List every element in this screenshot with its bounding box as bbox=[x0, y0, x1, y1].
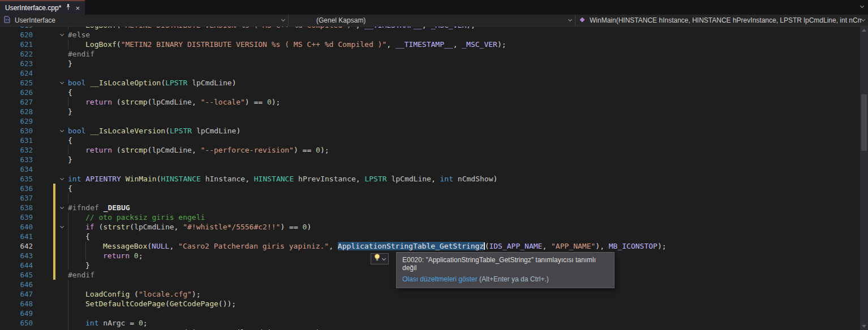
code-line[interactable]: 629 bbox=[0, 116, 860, 126]
code-token: ) == bbox=[280, 223, 302, 231]
code-line[interactable]: 625bool __IsLocaleOption(LPSTR lpCmdLine… bbox=[0, 78, 860, 88]
fold-chevron-icon[interactable] bbox=[59, 224, 63, 228]
code-line[interactable]: 624 bbox=[0, 68, 860, 78]
vertical-scrollbar[interactable] bbox=[860, 27, 868, 330]
code-line[interactable]: 620#else bbox=[0, 30, 860, 40]
nav-file-dropdown[interactable]: UserInterface bbox=[0, 15, 289, 26]
show-fixes-link[interactable]: Olası düzeltmeleri göster bbox=[402, 275, 478, 283]
fold-chevron-icon[interactable] bbox=[59, 176, 63, 180]
fold-chevron-icon[interactable] bbox=[59, 80, 63, 84]
code-line[interactable]: 633} bbox=[0, 155, 860, 164]
fold-column bbox=[55, 78, 68, 88]
code-token: LogBoxf bbox=[85, 27, 117, 29]
fold-chevron-icon[interactable] bbox=[59, 128, 63, 132]
line-number: 636 bbox=[0, 184, 34, 193]
selected-identifier[interactable]: ApplicationStringTable_GetStringz bbox=[338, 242, 484, 250]
code-token: #ifndef bbox=[68, 203, 99, 212]
code-line[interactable]: 648SetDefaultCodePage(GetCodePage()); bbox=[0, 299, 860, 309]
code-line[interactable]: 649 bbox=[0, 309, 860, 318]
code-token: , bbox=[169, 242, 178, 250]
indent-guide bbox=[68, 97, 85, 107]
code-line[interactable]: 647LoadConfig ("locale.cfg"); bbox=[0, 289, 860, 299]
code-line[interactable]: 636{ bbox=[0, 184, 860, 193]
fold-column bbox=[55, 241, 68, 251]
code-text: SetDefaultCodePage(GetCodePage()); bbox=[68, 299, 860, 309]
nav-scope-dropdown[interactable]: (Genel Kapsam) bbox=[289, 15, 575, 26]
chevron-down-icon bbox=[568, 18, 572, 21]
code-line[interactable]: 635int APIENTRY WinMain(HINSTANCE hInsta… bbox=[0, 174, 860, 184]
code-token: { bbox=[68, 88, 72, 97]
code-line[interactable]: 623} bbox=[0, 59, 860, 68]
quick-actions-lightbulb[interactable] bbox=[371, 253, 389, 264]
fold-column bbox=[55, 203, 68, 212]
line-number: 647 bbox=[0, 289, 34, 299]
code-line[interactable]: 627return (strcmp(lpCmdLine, "--locale")… bbox=[0, 97, 860, 107]
code-token: , bbox=[386, 40, 396, 49]
indent-guide bbox=[68, 145, 85, 155]
gutter-spacer bbox=[34, 270, 53, 280]
code-line[interactable]: 638#ifndef _DEBUG bbox=[0, 203, 860, 212]
code-line[interactable]: 621LogBoxf("METIN2 BINARY DISTRIBUTE VER… bbox=[0, 40, 860, 49]
error-tooltip: E0020: "ApplicationStringTable_GetString… bbox=[396, 252, 615, 288]
scrollbar-up-arrow-icon[interactable] bbox=[862, 29, 866, 32]
code-token: MessageBox bbox=[103, 242, 147, 250]
fold-column bbox=[55, 289, 68, 299]
code-line[interactable]: 650int nArgc = 0; bbox=[0, 318, 860, 328]
nav-member-dropdown[interactable]: WinMain(HINSTANCE hInstance, HINSTANCE h… bbox=[575, 15, 868, 26]
scrollbar-thumb[interactable] bbox=[861, 94, 867, 151]
gutter-spacer bbox=[34, 126, 53, 136]
code-text: } bbox=[68, 59, 860, 68]
code-token: lpCmdLine bbox=[152, 98, 191, 106]
fold-column bbox=[55, 88, 68, 97]
code-line[interactable]: 637 bbox=[0, 193, 860, 203]
code-line[interactable]: 622#endif bbox=[0, 49, 860, 59]
fold-column bbox=[55, 222, 68, 232]
gutter-spacer bbox=[34, 222, 53, 232]
cpp-file-icon bbox=[3, 16, 11, 25]
code-token: ( bbox=[117, 40, 121, 49]
nav-scope-label: (Genel Kapsam) bbox=[316, 16, 366, 24]
code-line[interactable]: 634 bbox=[0, 164, 860, 174]
scrollbar-down-arrow-icon[interactable] bbox=[862, 325, 866, 328]
code-line[interactable]: 640if (strstr(lpCmdLine, "#!whistle*/555… bbox=[0, 222, 860, 232]
line-number: 634 bbox=[0, 164, 34, 174]
code-token: lpCmdLine bbox=[192, 79, 231, 87]
code-token: IDS_APP_NAME bbox=[489, 242, 542, 250]
code-token: "locale.cfg" bbox=[139, 290, 192, 298]
code-token: ( bbox=[117, 27, 121, 29]
gutter-spacer bbox=[34, 136, 53, 145]
code-token: { bbox=[85, 232, 90, 241]
code-token: , bbox=[356, 175, 365, 183]
code-token: = bbox=[125, 319, 138, 327]
tab-userinterface[interactable]: UserInterface.cpp* × bbox=[0, 0, 85, 15]
code-line[interactable]: 642MessageBox(NULL, "Casro2 Patcherdan g… bbox=[0, 241, 860, 251]
gutter-spacer bbox=[34, 88, 53, 97]
tabstrip-chevron-down-icon[interactable] bbox=[860, 4, 864, 8]
code-line[interactable]: 631{ bbox=[0, 136, 860, 145]
code-token: // oto packsiz giris engeli bbox=[85, 213, 205, 222]
code-line[interactable]: 628} bbox=[0, 107, 860, 116]
gutter-spacer bbox=[34, 59, 53, 68]
indent-guide bbox=[68, 40, 85, 49]
line-number: 641 bbox=[0, 232, 34, 241]
code-line[interactable]: 626{ bbox=[0, 88, 860, 97]
code-token: ); bbox=[497, 40, 506, 49]
gutter-spacer bbox=[34, 97, 53, 107]
code-line[interactable]: 632return (strcmp(lpCmdLine, "--perforce… bbox=[0, 145, 860, 155]
code-line[interactable]: 630bool __IsLocaleVersion(LPSTR lpCmdLin… bbox=[0, 126, 860, 136]
fold-column bbox=[55, 184, 68, 193]
code-text: { bbox=[68, 136, 860, 145]
indent-guide bbox=[68, 260, 85, 270]
code-line[interactable]: 651PCHAR* szArgv = CommandLineToArgvA(lp… bbox=[0, 328, 860, 330]
fold-column bbox=[55, 145, 68, 155]
fold-column bbox=[55, 59, 68, 68]
code-token: , bbox=[329, 242, 338, 250]
fold-chevron-icon[interactable] bbox=[59, 205, 63, 209]
code-token: lpCmdLine bbox=[196, 127, 236, 135]
code-line[interactable]: 639// oto packsiz giris engeli bbox=[0, 212, 860, 222]
tab-strip: UserInterface.cpp* × bbox=[0, 0, 868, 15]
close-icon[interactable]: × bbox=[75, 5, 80, 12]
fold-chevron-icon[interactable] bbox=[59, 32, 63, 36]
code-line[interactable]: 641{ bbox=[0, 232, 860, 241]
pin-icon[interactable] bbox=[66, 4, 71, 12]
